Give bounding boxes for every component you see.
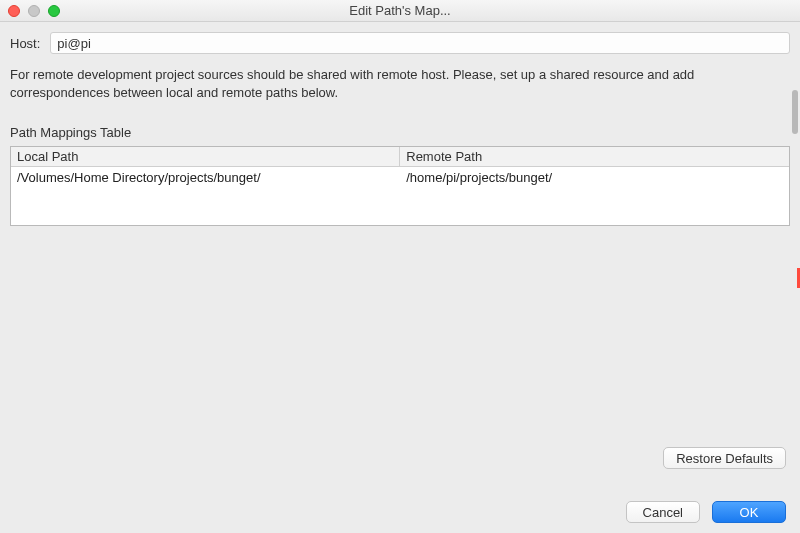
host-input[interactable] [50,32,790,54]
minimize-icon [28,5,40,17]
window-title: Edit Path's Map... [0,3,800,18]
dialog-footer: Restore Defaults Cancel OK [14,447,786,523]
path-mappings-table[interactable]: Local Path Remote Path /Volumes/Home Dir… [10,146,790,226]
close-icon[interactable] [8,5,20,17]
host-row: Host: [10,32,790,54]
column-header-local[interactable]: Local Path [11,147,400,167]
cell-remote-path[interactable]: /home/pi/projects/bunget/ [400,167,789,189]
description-text: For remote development project sources s… [10,66,790,101]
table-header-row: Local Path Remote Path [11,147,789,167]
host-label: Host: [10,36,40,51]
maximize-icon[interactable] [48,5,60,17]
cell-local-path[interactable]: /Volumes/Home Directory/projects/bunget/ [11,167,400,189]
column-header-remote[interactable]: Remote Path [400,147,789,167]
mappings-section-label: Path Mappings Table [10,125,790,140]
ok-button[interactable]: OK [712,501,786,523]
dialog-content: Host: For remote development project sou… [0,22,800,533]
restore-defaults-button[interactable]: Restore Defaults [663,447,786,469]
cancel-button[interactable]: Cancel [626,501,700,523]
window-controls [8,5,60,17]
scrollbar[interactable] [792,90,798,134]
titlebar: Edit Path's Map... [0,0,800,22]
table-row[interactable]: /Volumes/Home Directory/projects/bunget/… [11,167,789,189]
